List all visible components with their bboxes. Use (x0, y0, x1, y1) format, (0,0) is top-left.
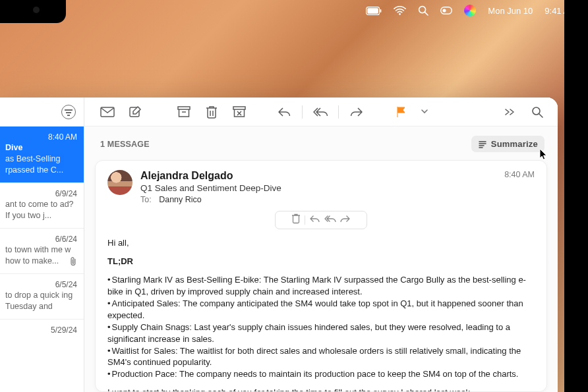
body-outro: I want to start by thanking each of you … (107, 387, 535, 392)
message-list-item[interactable]: 8:40 AM Dive as Best-Selling rpassed the… (0, 126, 84, 182)
to-label: To: (140, 195, 152, 204)
body-bullet: Waitlist for Sales: The waitlist for bot… (107, 345, 535, 369)
message-item-time: 6/5/24 (5, 279, 77, 290)
message-body: Hi all, TL;DR Starling Mark IV as Best-S… (107, 237, 535, 392)
compose-button[interactable] (124, 102, 146, 122)
thread-subheader: 1 MESSAGE Summarize (84, 126, 558, 160)
separator (305, 215, 305, 225)
message-list-item[interactable]: 6/5/24 to drop a quick ing Tuesday and (0, 273, 84, 319)
summarize-icon (478, 140, 487, 149)
message-time: 8:40 AM (504, 170, 535, 204)
thread-count-label: 1 MESSAGE (100, 140, 150, 149)
body-bullet: Production Pace: The company needs to ma… (107, 368, 535, 380)
menubar-date[interactable]: Mon Jun 10 (488, 6, 533, 16)
quick-actions-bar (275, 211, 367, 229)
battery-icon[interactable] (366, 7, 382, 15)
message-item-preview: to drop a quick ing Tuesday and (5, 290, 77, 312)
svg-rect-1 (368, 8, 379, 13)
sender-avatar[interactable] (107, 170, 132, 195)
mail-toolbar (84, 98, 558, 126)
svg-point-6 (443, 9, 446, 12)
message-list-header (0, 98, 84, 126)
flag-menu-button[interactable] (418, 102, 431, 122)
archive-button[interactable] (173, 102, 195, 122)
body-bullet-list: Starling Mark IV as Best-Selling E-bike:… (107, 274, 535, 380)
message-item-time: 5/29/24 (5, 325, 77, 335)
filter-icon[interactable] (61, 105, 76, 119)
toolbar-separator (338, 105, 339, 119)
search-button[interactable] (526, 102, 548, 122)
message-list-item[interactable]: 5/29/24 (0, 319, 84, 342)
flag-button[interactable] (390, 102, 413, 122)
to-name: Danny Rico (159, 195, 202, 204)
body-greeting: Hi all, (107, 237, 535, 249)
spotlight-icon[interactable] (418, 5, 428, 16)
message-list-item[interactable]: 6/9/24 ant to come to ad? If you two j..… (0, 182, 84, 228)
wifi-icon[interactable] (394, 6, 406, 15)
delete-button[interactable] (200, 102, 223, 122)
reply-button[interactable] (273, 102, 295, 122)
sender-name: Alejandra Delgado (140, 170, 496, 182)
message-item-preview: as Best-Selling rpassed the C... (5, 154, 77, 176)
reply-all-button[interactable] (309, 102, 332, 122)
svg-rect-2 (380, 9, 382, 13)
message-list-item[interactable]: 6/6/24 to town with me w how to make... (0, 228, 84, 273)
message-item-preview: ant to come to ad? If you two j... (5, 199, 77, 221)
message-item-preview: to town with me w how to make... (5, 244, 77, 267)
cursor-pointer-icon (539, 148, 548, 163)
svg-point-3 (399, 13, 401, 15)
desktop-wallpaper: Mon Jun 10 9:41 AM 8:40 AM Dive as Best-… (0, 0, 588, 392)
forward-button[interactable] (345, 102, 368, 122)
summarize-button[interactable]: Summarize (471, 136, 544, 152)
quick-forward-button[interactable] (340, 214, 351, 226)
quick-reply-button[interactable] (309, 214, 320, 226)
message-item-title: Dive (5, 142, 77, 154)
message-to-line: To: Danny Rico (140, 195, 496, 204)
message-subject: Q1 Sales and Sentiment Deep-Dive (140, 183, 496, 193)
summarize-label: Summarize (491, 139, 538, 149)
device-notch (0, 0, 66, 23)
message-list-sidebar: 8:40 AM Dive as Best-Selling rpassed the… (0, 98, 84, 392)
quick-reply-all-button[interactable] (324, 214, 336, 226)
junk-button[interactable] (228, 102, 250, 122)
message-header: Alejandra Delgado Q1 Sales and Sentiment… (107, 170, 535, 204)
macos-menubar: Mon Jun 10 9:41 AM (354, 0, 588, 21)
menubar-time[interactable]: 9:41 AM (544, 6, 576, 16)
control-center-icon[interactable] (440, 7, 452, 14)
quick-delete-button[interactable] (291, 213, 301, 227)
message-item-time: 6/9/24 (5, 188, 77, 199)
svg-rect-10 (233, 107, 245, 109)
toolbar-separator (302, 105, 303, 119)
svg-rect-9 (178, 107, 190, 109)
message-item-time: 8:40 AM (5, 132, 77, 142)
body-bullet: Supply Chain Snags: Last year's supply c… (107, 322, 535, 345)
more-toolbar-button[interactable] (498, 102, 521, 122)
mail-app-window: 8:40 AM Dive as Best-Selling rpassed the… (0, 98, 558, 392)
message-card: Alejandra Delgado Q1 Sales and Sentiment… (95, 160, 547, 392)
svg-point-11 (533, 107, 540, 115)
get-mail-button[interactable] (96, 102, 119, 122)
body-bullet: Anticipated Sales: The company anticipat… (107, 298, 535, 322)
message-item-time: 6/6/24 (5, 234, 77, 244)
body-bullet: Starling Mark IV as Best-Selling E-bike:… (107, 274, 535, 298)
body-tldr-label: TL;DR (107, 256, 535, 267)
svg-rect-5 (441, 7, 452, 14)
message-pane: 1 MESSAGE Summarize Alejandra Delgado Q1… (84, 98, 558, 392)
device-frame (558, 0, 588, 392)
siri-icon[interactable] (464, 5, 476, 16)
